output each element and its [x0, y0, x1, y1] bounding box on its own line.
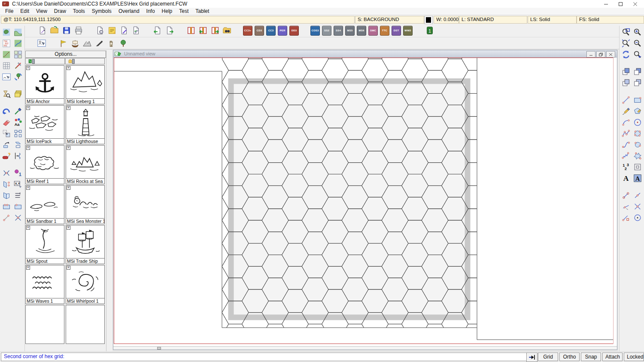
copy-button[interactable]: [1, 128, 12, 139]
catalog-back-button[interactable]: [197, 25, 209, 36]
symbol-tile-iceberg[interactable]: +MSi Iceberg 1: [66, 65, 105, 104]
line-style-field[interactable]: LS: Solid: [528, 16, 577, 24]
drawing-tools-button[interactable]: [13, 60, 24, 71]
catalog-options-button[interactable]: Options...: [25, 51, 106, 58]
expand-symbol-button[interactable]: +: [67, 226, 70, 230]
addon-stamp-cd3[interactable]: CD3: [255, 26, 264, 36]
smooth-polygon-tool-button[interactable]: [632, 128, 644, 139]
scrollbar-handle[interactable]: [157, 347, 161, 350]
addon-stamp-per[interactable]: PER: [278, 26, 287, 36]
break-button[interactable]: [1, 167, 12, 179]
insert-file-button[interactable]: [632, 161, 644, 173]
polygon-tool-button[interactable]: [632, 106, 644, 117]
expand-symbol-button[interactable]: +: [67, 106, 70, 110]
send-to-back-button[interactable]: [632, 66, 644, 77]
snap-intersection-button[interactable]: [632, 201, 644, 212]
symbol-tile-anchor[interactable]: +⚓MSi Anchor: [25, 65, 64, 104]
addon-stamp-ms6[interactable]: MS6: [357, 26, 366, 36]
toggle-ortho-button[interactable]: Ortho: [559, 353, 580, 361]
addon-stamp-ttc[interactable]: TTC: [380, 26, 389, 36]
expand-symbol-button[interactable]: +: [26, 146, 30, 150]
mountain-symbols-button[interactable]: [82, 38, 93, 49]
minimize-button[interactable]: [598, 0, 613, 8]
menu-edit[interactable]: Edit: [17, 8, 33, 15]
fractal-path-tool-button[interactable]: [620, 150, 632, 161]
symbol-tile-sea-monster[interactable]: +MSi Sea Monster 1: [66, 185, 105, 224]
send-below-button[interactable]: [632, 77, 644, 88]
symbol-tile-whirlpool[interactable]: +MSi Whirlpool 1: [66, 265, 105, 304]
addon-stamp-ms5[interactable]: MS5: [345, 26, 355, 36]
addon-stamp-ss4[interactable]: SS4: [334, 26, 343, 36]
expand-symbol-button[interactable]: +: [67, 266, 70, 270]
view-restore-button[interactable]: [596, 51, 605, 58]
addon-stamp-ww2[interactable]: WW2: [403, 26, 413, 36]
drawing-properties-button[interactable]: [94, 25, 106, 36]
keyboard-coords-button[interactable]: X,Y: [13, 179, 24, 190]
zoom-history-button[interactable]: [1, 88, 12, 100]
symbol-catalog-open-button[interactable]: [185, 25, 197, 36]
symbol-manager-button[interactable]: [1, 71, 12, 82]
addon-stamp-smc[interactable]: SMC: [368, 26, 378, 36]
toggle-grid-button[interactable]: Grid: [538, 353, 558, 361]
fill-style-field[interactable]: FS: Solid: [577, 16, 644, 24]
menu-tablet[interactable]: Tablet: [192, 8, 213, 15]
open-symbol-catalog-button[interactable]: [25, 58, 65, 64]
menu-symbols[interactable]: Symbols: [88, 8, 115, 15]
edit-node-button[interactable]: [1, 212, 12, 223]
symbol-tile-spout[interactable]: +MSi Spout: [25, 225, 64, 264]
vegetation-symbols-button[interactable]: [118, 38, 129, 49]
arc-tool-button[interactable]: [620, 117, 632, 128]
menu-help[interactable]: Help: [158, 8, 176, 15]
menu-view[interactable]: View: [33, 8, 51, 15]
snap-on-line-button[interactable]: [620, 201, 632, 212]
erase-button[interactable]: [1, 117, 12, 128]
line-tool-button[interactable]: [620, 94, 632, 106]
view-close-button[interactable]: [606, 51, 615, 58]
expand-symbol-button[interactable]: +: [67, 146, 70, 150]
box-tool-button[interactable]: [632, 94, 644, 106]
numeric-edit-button[interactable]: 1: [13, 167, 24, 179]
menu-info[interactable]: Info: [143, 8, 158, 15]
text-specs-button[interactable]: A: [632, 173, 644, 184]
smooth-path-tool-button[interactable]: [620, 139, 632, 150]
export-file-button[interactable]: [164, 25, 175, 36]
bring-above-button[interactable]: [620, 77, 632, 88]
symbol-tile-lighthouse[interactable]: +MSi Lighthouse: [66, 105, 105, 144]
catalog-forward-button[interactable]: [210, 25, 221, 36]
structure-symbols-button[interactable]: [106, 38, 117, 49]
expand-symbol-button[interactable]: +: [26, 186, 30, 190]
current-sheet-field[interactable]: S: BACKGROUND: [355, 16, 424, 24]
text-tool-button[interactable]: A: [620, 173, 632, 184]
open-drawing-button[interactable]: [49, 25, 60, 36]
command-prompt[interactable]: Second corner of hex grid:: [1, 353, 527, 361]
menu-overland[interactable]: Overland: [115, 8, 143, 15]
addon-stamp-cc3[interactable]: CC3+: [243, 26, 252, 36]
circle-tool-button[interactable]: [632, 117, 644, 128]
canvas-horizontal-scrollbar[interactable]: [113, 346, 617, 350]
menu-file[interactable]: File: [2, 8, 17, 15]
addon-stamp-dst[interactable]: DST: [392, 26, 401, 36]
redraw-button[interactable]: [620, 49, 632, 60]
catalog-search-button[interactable]: [222, 25, 233, 36]
menu-tools[interactable]: Tools: [70, 8, 88, 15]
zoom-window-button[interactable]: [620, 27, 632, 38]
symbol-tile-sandbar[interactable]: +MSi Sandbar 1: [25, 185, 64, 224]
measure-lines-button[interactable]: [13, 190, 24, 201]
expand-symbol-button[interactable]: +: [26, 106, 30, 110]
offset-button[interactable]: [13, 150, 24, 161]
import-file-button[interactable]: [152, 25, 163, 36]
symbol-tile-waves[interactable]: +MSi Waves 1: [25, 265, 64, 304]
hex-grid-tool-button[interactable]: [1, 60, 12, 71]
symbol-tile-icepack[interactable]: +MSi IcePack: [25, 105, 64, 144]
bring-to-front-button[interactable]: [620, 66, 632, 77]
expand-symbol-button[interactable]: +: [26, 266, 30, 270]
numeric-entry-button[interactable]: 123: [620, 161, 632, 173]
symbol-display-options-button[interactable]: [36, 38, 47, 49]
trail-tool-button[interactable]: [1, 49, 12, 60]
undo-button[interactable]: [1, 106, 12, 117]
blob-tool-button[interactable]: [632, 139, 644, 150]
symbol-tile-trade-ship[interactable]: +MSi Trade Ship: [66, 225, 105, 264]
map-canvas[interactable]: [113, 58, 617, 346]
spell-check-button[interactable]: [131, 25, 142, 36]
toggle-snap-button[interactable]: Snap: [581, 353, 601, 361]
